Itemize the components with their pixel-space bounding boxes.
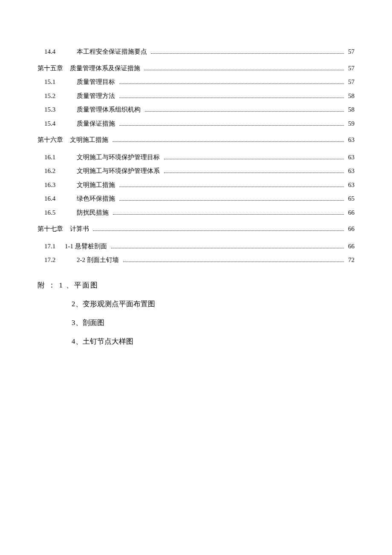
toc-entry: 17.2 2-2 剖面土钉墙 72 — [37, 255, 355, 265]
toc-leader — [164, 159, 344, 159]
toc-leader — [119, 187, 344, 187]
toc-entry: 14.4 本工程安全保证措施要点 57 — [37, 47, 355, 57]
toc-title: 1-1 悬臂桩剖面 — [65, 242, 110, 251]
toc-leader — [119, 98, 344, 98]
toc-num: 17.2 — [37, 255, 77, 265]
toc-num: 15.1 — [37, 77, 77, 87]
toc-num: 16.5 — [37, 208, 77, 218]
toc-chapter-title: 质量管理体系及保证措施 — [70, 63, 143, 73]
toc-entry: 15.2 质量管理方法 58 — [37, 91, 355, 101]
toc-page: 63 — [346, 152, 355, 162]
toc-title: 文明施工措施 — [77, 180, 118, 190]
toc-page: 59 — [346, 119, 355, 129]
toc-page: 66 — [346, 224, 355, 234]
toc-chapter: 第十五章 质量管理体系及保证措施 57 — [37, 63, 355, 73]
toc-chapter: 第十六章 文明施工措施 63 — [37, 135, 355, 145]
toc-title: 文明施工与环境保护管理体系 — [77, 166, 162, 176]
toc-num: 16.1 — [37, 152, 77, 162]
toc-title: 质量管理体系组织机构 — [77, 105, 143, 115]
toc-chapter-title: 文明施工措施 — [70, 135, 111, 145]
toc-leader — [119, 83, 344, 84]
toc-num: 16.4 — [37, 194, 77, 204]
attachments-block: 附 ： 1 、平面图 2、变形观测点平面布置图 3、剖面图 4、土钉节点大样图 — [37, 276, 355, 351]
toc-title: 文明施工与环境保护管理目标 — [77, 152, 162, 162]
toc-entry: 16.5 防扰民措施 66 — [37, 208, 355, 218]
toc-page: 65 — [346, 194, 355, 204]
toc-title: 防扰民措施 — [77, 208, 111, 218]
toc-title: 质量管理方法 — [77, 91, 118, 101]
toc-num: 15.2 — [37, 91, 77, 101]
toc-page: 66 — [346, 242, 355, 251]
attachment-item: 3、剖面图 — [37, 313, 355, 332]
toc-page: 58 — [346, 105, 355, 115]
toc-page: 57 — [346, 47, 355, 57]
toc-page: 66 — [346, 208, 355, 218]
toc-num: 17.1 — [37, 242, 65, 251]
toc-title: 本工程安全保证措施要点 — [77, 47, 150, 57]
toc-num: 16.3 — [37, 180, 77, 190]
toc-leader — [112, 141, 344, 142]
toc-leader — [145, 111, 344, 112]
attachments-heading: 附 ： 1 、平面图 — [37, 276, 355, 295]
toc-title: 质量管理目标 — [77, 77, 118, 87]
toc-entry: 16.4 绿色环保措施 65 — [37, 194, 355, 204]
toc-leader — [93, 230, 344, 231]
toc-entry: 15.3 质量管理体系组织机构 58 — [37, 105, 355, 115]
toc-page: 57 — [346, 63, 355, 73]
toc-entry: 15.4 质量保证措施 59 — [37, 119, 355, 129]
toc-page: 63 — [346, 166, 355, 176]
toc-chapter-num: 第十六章 — [37, 135, 70, 145]
toc-leader — [119, 200, 344, 201]
toc-leader — [111, 248, 344, 248]
toc-page: 57 — [346, 77, 355, 87]
attachment-item: 4、土钉节点大样图 — [37, 332, 355, 351]
toc-entry: 16.3 文明施工措施 63 — [37, 180, 355, 190]
toc-title: 质量保证措施 — [77, 119, 118, 129]
toc-num: 16.2 — [37, 166, 77, 176]
toc-page: 63 — [346, 180, 355, 190]
toc-chapter-num: 第十五章 — [37, 63, 70, 73]
toc-entry: 16.2 文明施工与环境保护管理体系 63 — [37, 166, 355, 176]
toc-chapter-title: 计算书 — [70, 224, 92, 234]
toc-page: 63 — [346, 135, 355, 145]
toc-num: 15.3 — [37, 105, 77, 115]
toc-chapter-num: 第十七章 — [37, 224, 70, 234]
toc-chapter: 第十七章 计算书 66 — [37, 224, 355, 234]
toc-page: 72 — [346, 255, 355, 265]
toc-page: 58 — [346, 91, 355, 101]
toc-leader — [119, 125, 344, 126]
document-page: 14.4 本工程安全保证措施要点 57 第十五章 质量管理体系及保证措施 57 … — [0, 0, 392, 555]
toc-leader — [144, 70, 344, 70]
attachment-item: 2、变形观测点平面布置图 — [37, 295, 355, 313]
toc-leader — [123, 262, 344, 262]
toc-leader — [151, 53, 344, 54]
toc-title: 2-2 剖面土钉墙 — [77, 255, 121, 265]
toc-entry: 15.1 质量管理目标 57 — [37, 77, 355, 87]
toc-entry: 16.1 文明施工与环境保护管理目标 63 — [37, 152, 355, 162]
toc-leader — [164, 173, 344, 173]
toc-entry: 17.1 1-1 悬臂桩剖面 66 — [37, 242, 355, 251]
toc-leader — [113, 214, 344, 215]
toc-title: 绿色环保措施 — [77, 194, 118, 204]
toc-num: 14.4 — [37, 47, 77, 57]
toc-num: 15.4 — [37, 119, 77, 129]
